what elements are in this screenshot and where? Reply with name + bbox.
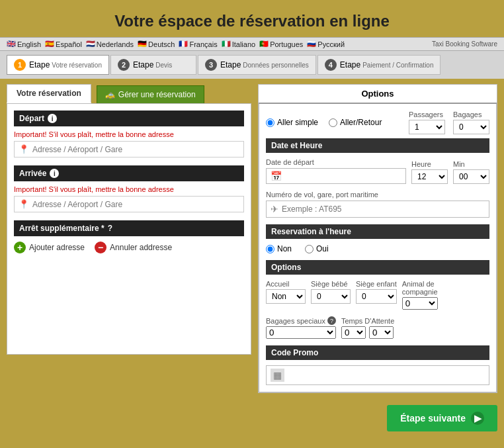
siege-bebe-select[interactable]: 012 — [311, 289, 351, 304]
arrivee-info-icon[interactable]: i — [50, 169, 59, 178]
date-heure-row: Date de départ 📅 Heure 0809101112131415 — [266, 158, 489, 184]
siege-enfant-label: Siège enfant — [356, 280, 397, 288]
next-button[interactable]: Étape suivante ▶ — [387, 405, 497, 431]
options-grid: Accueil NonOui Siège bébé 012 Siège enfa… — [266, 280, 489, 310]
step-2[interactable]: 2 Etape Devis — [110, 55, 196, 75]
pass-bag-group: Passagers 123456 Bagages 01234 — [409, 111, 489, 134]
date-input[interactable] — [285, 171, 345, 181]
code-promo-input[interactable] — [288, 371, 485, 380]
language-list: 🇬🇧 English 🇪🇸 Español 🇳🇱 Nederlands 🇩🇪 D… — [7, 40, 345, 48]
right-panel: Options Aller simple Aller/Retour — [258, 84, 497, 393]
steps-bar: 1 Etape Votre réservation 2 Etape Devis … — [0, 51, 504, 79]
step-4[interactable]: 4 Etape Paiement / Confirmation — [317, 55, 441, 75]
depart-input[interactable] — [32, 145, 239, 154]
reservation-box: Départ i Important! S'il vous plaît, met… — [7, 103, 251, 355]
lang-espanol[interactable]: 🇪🇸 Español — [45, 40, 82, 48]
next-label: Étape suivante — [400, 413, 466, 424]
trip-type-group: Aller simple Aller/Retour — [266, 118, 382, 127]
step-2-label: Etape — [133, 60, 153, 69]
temps-attente-select-2[interactable]: 0153045 — [369, 326, 394, 339]
arret-info-icon[interactable]: ? — [108, 224, 112, 233]
res-oui-radio[interactable] — [305, 245, 314, 253]
bagages-select[interactable]: 01234 — [453, 120, 489, 134]
tab-reservation[interactable]: Votre réservation — [7, 84, 91, 103]
heure-select[interactable]: 0809101112131415 — [411, 169, 448, 184]
depart-header: Départ i — [14, 111, 244, 126]
depart-input-wrap: 📍 — [14, 141, 244, 157]
min-select[interactable]: 00051015202530 — [453, 169, 489, 184]
temps-attente-label: Temps D'Attente — [341, 317, 394, 325]
vol-row: ✈ — [266, 201, 489, 218]
bagages-info-icon[interactable]: ? — [327, 316, 336, 325]
animal-label: Animal decompagnie — [402, 280, 438, 296]
arret-actions: + Ajouter adresse − Annuler addresse — [14, 242, 244, 253]
bagages-speciaux-select[interactable]: 0123 — [266, 326, 336, 339]
siege-bebe-label: Siège bébé — [311, 280, 351, 288]
lang-english[interactable]: 🇬🇧 English — [7, 40, 41, 48]
lang-italiano[interactable]: 🇮🇹 Italiano — [222, 40, 255, 48]
heure-label: Heure — [411, 160, 448, 168]
arrivee-input[interactable] — [32, 200, 239, 209]
add-icon: + — [14, 242, 26, 253]
aller-retour-text: Aller/Retour — [340, 118, 382, 127]
siege-enfant-select[interactable]: 012 — [356, 289, 397, 304]
res-oui-text: Oui — [316, 244, 329, 253]
cancel-address-button[interactable]: − Annuler addresse — [95, 242, 172, 253]
res-non-radio[interactable] — [266, 245, 274, 253]
remove-icon: − — [95, 242, 106, 253]
step-1-sub: Votre réservation — [52, 62, 102, 69]
page-title: Votre éspace de réservation en ligne — [0, 0, 504, 37]
lang-portugues[interactable]: 🇵🇹 Portugues — [259, 40, 303, 48]
options-body: Aller simple Aller/Retour Passagers 1234… — [259, 104, 497, 392]
aller-simple-text: Aller simple — [277, 118, 318, 127]
arrivee-important: Important! S'il vous plaît, mettre la bo… — [14, 185, 244, 193]
car-icon: 🚕 — [105, 90, 115, 99]
aller-simple-radio[interactable] — [266, 118, 274, 127]
siege-enfant-group: Siège enfant 012 — [356, 280, 397, 310]
aller-simple-label[interactable]: Aller simple — [266, 118, 318, 127]
add-address-button[interactable]: + Ajouter adresse — [14, 242, 85, 253]
res-oui-label[interactable]: Oui — [305, 244, 329, 253]
tab-header: Votre réservation 🚕 Gérer une réservatio… — [7, 84, 251, 103]
res-non-text: Non — [277, 244, 292, 253]
min-label: Min — [453, 160, 489, 168]
arrivee-pin-icon: 📍 — [19, 199, 29, 209]
passagers-select[interactable]: 123456 — [409, 120, 445, 134]
tab-manage[interactable]: 🚕 Gérer une réservation — [97, 85, 204, 103]
step-4-label: Etape — [340, 60, 360, 69]
step-3-num: 3 — [205, 59, 217, 71]
step-3[interactable]: 3 Etape Données personnelles — [198, 55, 316, 75]
siege-bebe-group: Siège bébé 012 — [311, 280, 351, 310]
step-3-label: Etape — [220, 60, 241, 69]
aller-retour-label[interactable]: Aller/Retour — [329, 118, 382, 127]
step-1[interactable]: 1 Etape Votre réservation — [7, 55, 109, 75]
lang-deutsch[interactable]: 🇩🇪 Deutsch — [138, 40, 175, 48]
date-input-wrap: 📅 — [266, 168, 406, 184]
passagers-label: Passagers — [409, 111, 445, 118]
aller-retour-radio[interactable] — [329, 118, 337, 127]
step-4-num: 4 — [325, 59, 337, 71]
depart-important: Important! S'il vous plaît, mettre la bo… — [14, 130, 244, 138]
accueil-select[interactable]: NonOui — [266, 289, 306, 304]
bagages-group: Bagages 01234 — [453, 111, 489, 134]
arrivee-input-wrap: 📍 — [14, 196, 244, 212]
heure-group: Heure 0809101112131415 — [411, 160, 448, 184]
temps-attente-select-1[interactable]: 0153045 — [341, 326, 366, 339]
depart-label: Départ — [19, 114, 44, 123]
date-group: Date de départ 📅 — [266, 158, 406, 184]
language-bar: 🇬🇧 English 🇪🇸 Español 🇳🇱 Nederlands 🇩🇪 D… — [0, 37, 504, 51]
cancel-address-label: Annuler addresse — [110, 243, 172, 252]
plane-icon: ✈ — [271, 204, 278, 214]
arret-label: Arrêt supplémentaire * — [19, 224, 105, 233]
options-section-header: Options — [266, 260, 489, 275]
lang-nederlands[interactable]: 🇳🇱 Nederlands — [86, 40, 134, 48]
animal-select[interactable]: 01 — [402, 297, 438, 310]
lang-francais[interactable]: 🇫🇷 Français — [179, 40, 217, 48]
code-promo-wrap: ▦ — [266, 365, 489, 385]
vol-input[interactable] — [282, 204, 485, 214]
bagages-temps-row: Bagages speciaux ? 0123 Temps D'Attente … — [266, 316, 489, 339]
animal-group: Animal decompagnie 01 — [402, 280, 438, 310]
res-non-label[interactable]: Non — [266, 244, 292, 253]
lang-russkiy[interactable]: 🇷🇺 Русский — [307, 40, 345, 48]
depart-info-icon[interactable]: i — [48, 114, 57, 123]
